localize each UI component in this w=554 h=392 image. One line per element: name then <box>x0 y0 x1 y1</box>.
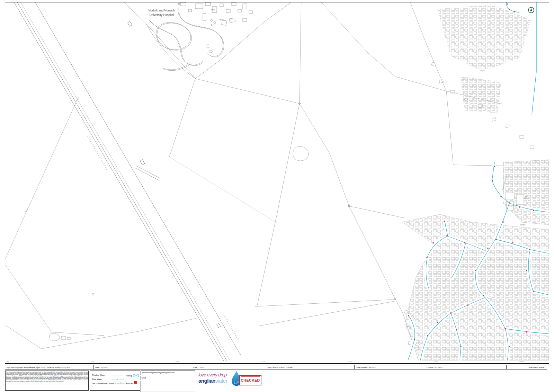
scale-tick: 750m <box>261 361 265 363</box>
raw-line-tag: RAW <box>116 379 118 380</box>
hospital-label-line2: University Hospital <box>150 13 174 17</box>
logo-brand-bold: anglian <box>198 378 215 384</box>
map-centre-field: Map Centre: 619215, 306984 <box>266 365 355 369</box>
cavell-court-label: Cavell Court <box>509 205 518 207</box>
disclaimer-text: This plan is provided by Anglian Water p… <box>6 371 89 382</box>
housing-areas <box>402 5 549 360</box>
scale-tick: 250m <box>90 361 94 363</box>
data-updated-field: Data updated: 30/11/21 <box>354 365 425 369</box>
legend-graphics: Potable Water Raw Water Decommissioned W… <box>90 371 140 390</box>
hydrant-symbol <box>134 381 137 384</box>
legend-box: Potable Water Raw Water Decommissioned W… <box>90 371 140 391</box>
job-ref-field: 536/3 <box>141 376 195 380</box>
legend-hydrant-label: Hydrant <box>126 382 133 384</box>
our-ref-field: Our Ref: 782206 - 1 <box>425 365 507 369</box>
hospital-tanks <box>206 19 216 53</box>
hospital-label-line1: Norfolk and Norwich <box>149 9 175 12</box>
contact-box: aymende.utilitysolutions@atkinsglobal.co… <box>141 371 195 391</box>
valve-marker <box>507 3 508 5</box>
notes-field <box>141 381 195 392</box>
shelter-label: Shelter <box>520 224 526 226</box>
legend-raw-label: Raw Water <box>92 378 102 380</box>
el-sub-sta-label: El <box>525 196 527 197</box>
scale-tick: 1500m <box>519 361 524 363</box>
scale-field: Scale: 1:1250 <box>191 365 266 369</box>
disclaimer-box: This plan is provided by Anglian Water p… <box>5 371 89 391</box>
tanks-label: Tanks <box>219 19 224 21</box>
plan-sheet: Norfolk and Norwich University Hospital … <box>5 2 549 391</box>
legend-potable-label: Potable Water <box>92 374 105 376</box>
logo-brand-light: water <box>215 378 227 384</box>
scale-tick: 1000m <box>347 361 352 363</box>
checked-stamp: CHECKED <box>239 375 261 385</box>
hospital-buildings <box>180 2 252 25</box>
logo-tagline: love every drop <box>198 372 226 377</box>
tanks-label: Tanks <box>211 9 216 11</box>
checked-stamp-text: CHECKED <box>241 378 260 382</box>
scale-tick: 0m <box>7 361 9 363</box>
anglian-water-logo: love every drop anglianwater ® <box>198 369 243 391</box>
hospital-complex <box>120 2 293 79</box>
scale-tick: 1250m <box>433 361 438 363</box>
info-strip: (c) Crown copyright and database rights … <box>5 365 549 369</box>
copyright-text: (c) Crown copyright and database rights … <box>5 365 94 369</box>
logo-brand: anglianwater <box>198 378 227 384</box>
email-field: aymende.utilitysolutions@atkinsglobal.co… <box>141 371 195 375</box>
date-field: Date: 1/7/2021 <box>93 365 191 369</box>
legend-decommissioned-label: Decommissioned Water <box>92 382 114 384</box>
plan-type-field: Clean Water Plan A3 <box>506 365 547 369</box>
road-corridor <box>12 2 241 361</box>
map-canvas: Norfolk and Norwich University Hospital … <box>5 2 549 361</box>
legend-fitting-label: Fitting <box>126 375 132 377</box>
scale-tick: 500m <box>176 361 179 363</box>
map-footer-divider <box>5 363 549 364</box>
compass-icon <box>528 7 534 13</box>
el-sub-sta-label: Sub Sta <box>524 198 529 199</box>
fitting-symbol <box>134 374 138 377</box>
